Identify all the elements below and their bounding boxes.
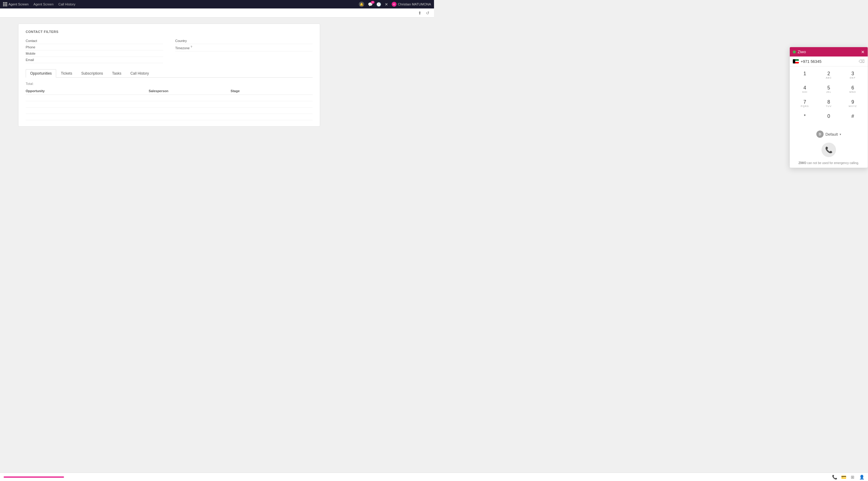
chat-badge[interactable]: 💬 2 [368,2,373,7]
toolbar2: ⬆ ↺ [0,8,434,18]
top-nav: Agent Screen Call History [33,2,75,6]
filter-phone-label: Phone [26,45,44,49]
tab-opportunities[interactable]: Opportunities [26,69,56,78]
filter-right-col: Country Timezone ? [175,38,313,63]
chat-badge-count: 2 [371,1,374,4]
nav-agent-screen[interactable]: Agent Screen [33,2,54,6]
refresh-icon[interactable]: ↺ [425,10,430,16]
user-name-label: Christian MATUMONA [398,2,431,6]
contact-filters-card: CONTACT FILTERS Contact Phone Mobile Ema… [18,24,320,127]
upload-icon[interactable]: ⬆ [417,10,423,16]
col-salesperson: Salesperson [149,89,230,93]
notifications-icon[interactable]: 🔔 [359,1,364,7]
filter-country: Country [175,38,313,44]
tab-call-history[interactable]: Call History [126,69,153,78]
table-row [26,101,313,108]
topbar-right: 🔔 💬 2 🕐 ✕ C Christian MATUMONA [359,1,431,7]
filter-timezone: Timezone ? [175,44,313,51]
filter-mobile-label: Mobile [26,52,44,55]
table-header-row: Opportunity Salesperson Stage [26,87,313,95]
nav-call-history[interactable]: Call History [58,2,75,6]
tab-subscriptions[interactable]: Subscriptions [77,69,107,78]
col-opportunity: Opportunity [26,89,149,93]
table-total: Total: [26,82,313,86]
tab-tasks[interactable]: Tasks [107,69,126,78]
close-icon[interactable]: ✕ [385,2,388,7]
filter-email: Email [26,57,163,63]
topbar: Agent Screen Agent Screen Call History 🔔… [0,0,434,8]
filter-timezone-label: Timezone ? [175,45,193,50]
user-info[interactable]: C Christian MATUMONA [392,2,431,7]
filter-email-label: Email [26,58,44,62]
grid-icon [3,2,7,6]
filter-mobile: Mobile [26,51,163,57]
table-row [26,114,313,120]
app-name[interactable]: Agent Screen [8,2,29,6]
filters-grid: Contact Phone Mobile Email [26,38,313,63]
app-logo: Agent Screen [3,2,29,6]
table-row [26,108,313,114]
filter-country-label: Country [175,39,193,42]
tabs-bar: Opportunities Tickets Subscriptions Task… [26,69,313,78]
tab-tickets[interactable]: Tickets [56,69,77,78]
table-row [26,95,313,101]
filter-left-col: Contact Phone Mobile Email [26,38,163,63]
filter-contact: Contact [26,38,163,44]
col-stage: Stage [231,89,313,93]
main-content: CONTACT FILTERS Contact Phone Mobile Ema… [0,18,434,241]
user-avatar: C [392,2,397,7]
filter-phone: Phone [26,44,163,51]
filter-contact-label: Contact [26,39,44,42]
clock-icon[interactable]: 🕐 [376,2,381,7]
section-title: CONTACT FILTERS [26,30,313,33]
